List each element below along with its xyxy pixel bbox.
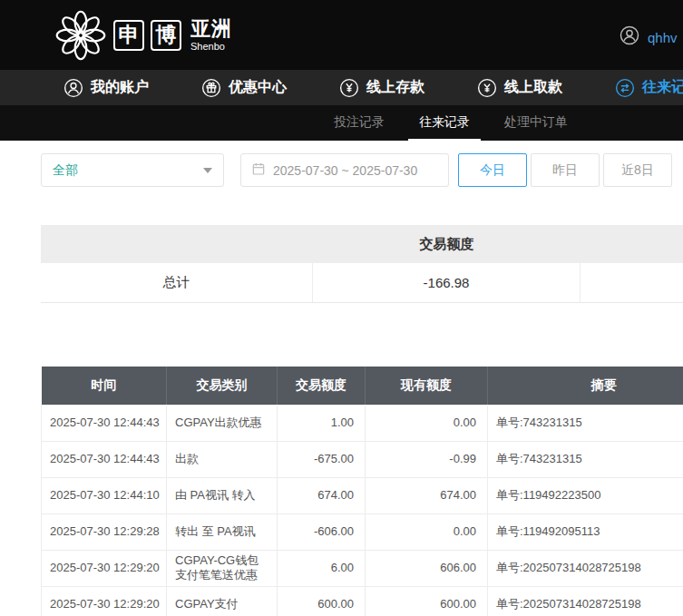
record-tabs: 投注记录 往来记录 处理中订单	[0, 105, 683, 141]
nav-promotions[interactable]: 优惠中心	[201, 78, 287, 98]
page-root: 申 博 亚洲 Shenbo qhhv	[0, 0, 683, 616]
col-header-type: 交易类别	[167, 367, 278, 405]
brand-logo[interactable]: 申 博 亚洲 Shenbo	[54, 9, 232, 62]
cell-summary: 单号:743231315	[488, 405, 683, 441]
col-header-balance: 现有额度	[366, 367, 488, 405]
cell-time: 2025-07-30 12:44:43	[42, 405, 167, 441]
table-row: 2025-07-30 12:29:20 CGPAY-CG钱包支付笔笔送优惠 6.…	[42, 550, 683, 586]
brand-char-bo: 博	[151, 20, 181, 51]
nav-my-account[interactable]: 我的账户	[63, 78, 149, 98]
user-circle-icon	[63, 78, 83, 98]
nav-online-withdraw[interactable]: 线上取款	[477, 78, 562, 98]
table-row: 2025-07-30 12:44:43 CGPAY出款优惠 1.00 0.00 …	[42, 405, 683, 441]
table-row: 2025-07-30 12:44:43 出款 -675.00 -0.99 单号:…	[42, 441, 683, 477]
summary-header-spacer	[581, 225, 683, 263]
cell-amount: 6.00	[278, 550, 366, 586]
table-row: 2025-07-30 12:44:10 由 PA视讯 转入 674.00 674…	[42, 477, 683, 513]
cell-balance: -0.99	[366, 441, 488, 477]
summary-table: 交易额度 总计 -166.98	[41, 225, 683, 303]
table-row: 2025-07-30 12:29:28 转出 至 PA视讯 -606.00 0.…	[42, 513, 683, 550]
gift-icon	[201, 78, 221, 98]
cell-amount: 1.00	[278, 405, 366, 441]
brand-region-text: 亚洲	[190, 19, 232, 39]
top-header: 申 博 亚洲 Shenbo qhhv	[0, 0, 683, 70]
today-button[interactable]: 今日	[458, 153, 527, 187]
last-8-days-button[interactable]: 近8日	[603, 153, 672, 187]
cell-type: CGPAY支付	[167, 586, 278, 616]
summary-total-row: 总计 -166.98	[41, 263, 683, 303]
nav-label: 往来记录	[642, 78, 683, 97]
cell-summary: 单号:202507314028725198	[488, 550, 683, 586]
cell-amount: -675.00	[278, 441, 366, 477]
summary-header-row: 交易额度	[41, 225, 683, 263]
summary-total-label: 总计	[41, 263, 313, 302]
cell-balance: 0.00	[366, 405, 488, 441]
cell-amount: -606.00	[278, 513, 366, 550]
table-header-row: 时间 交易类别 交易额度 现有额度 摘要	[42, 367, 683, 405]
deposit-coin-icon	[339, 78, 359, 98]
nav-label: 优惠中心	[229, 78, 287, 97]
cell-summary: 单号:119492223500	[488, 477, 683, 513]
yesterday-button[interactable]: 昨日	[531, 153, 600, 187]
cell-type: CGPAY出款优惠	[167, 405, 278, 441]
col-header-summary: 摘要	[488, 367, 683, 405]
user-account[interactable]: qhhv	[620, 25, 678, 49]
cell-balance: 606.00	[366, 550, 488, 586]
table-row: 2025-07-30 12:29:20 CGPAY支付 600.00 600.0…	[42, 586, 683, 616]
date-range-value: 2025-07-30 ~ 2025-07-30	[273, 163, 417, 178]
tab-processing-orders[interactable]: 处理中订单	[493, 105, 579, 141]
brand-wordmark: 亚洲 Shenbo	[190, 19, 232, 52]
cell-balance: 600.00	[366, 586, 488, 616]
calendar-icon	[251, 161, 266, 179]
cell-type: CGPAY-CG钱包支付笔笔送优惠	[167, 550, 278, 586]
cell-type: 转出 至 PA视讯	[167, 513, 278, 550]
col-header-amount: 交易额度	[278, 367, 366, 405]
cell-balance: 0.00	[366, 513, 488, 550]
cell-balance: 674.00	[366, 477, 488, 513]
caret-down-icon	[203, 168, 212, 173]
records-table: 时间 交易类别 交易额度 现有额度 摘要 2025-07-30 12:44:43…	[41, 367, 683, 616]
cell-amount: 600.00	[278, 586, 366, 616]
cell-time: 2025-07-30 12:29:20	[42, 550, 167, 586]
main-nav: 我的账户 优惠中心 线上存款	[0, 70, 683, 105]
lotus-flower-icon	[54, 9, 107, 62]
cell-time: 2025-07-30 12:44:43	[42, 441, 167, 477]
filter-bar: 全部 2025-07-30 ~ 2025-07-30 今日 昨日 近8日	[41, 153, 683, 187]
type-select[interactable]: 全部	[41, 153, 224, 187]
brand-english-text: Shenbo	[190, 42, 232, 52]
summary-total-spacer	[581, 263, 683, 302]
summary-header-label: 交易额度	[313, 225, 581, 263]
cell-time: 2025-07-30 12:29:28	[42, 513, 167, 550]
cell-time: 2025-07-30 12:44:10	[42, 477, 167, 513]
col-header-time: 时间	[42, 367, 167, 405]
nav-label: 线上取款	[504, 78, 562, 97]
nav-online-deposit[interactable]: 线上存款	[339, 78, 424, 98]
username: qhhv	[648, 30, 678, 45]
cell-type: 由 PA视讯 转入	[167, 477, 278, 513]
exchange-records-icon	[615, 78, 635, 98]
cell-type: 出款	[167, 441, 278, 477]
nav-label: 我的账户	[91, 78, 149, 97]
cell-summary: 单号:119492095113	[488, 513, 683, 550]
cell-amount: 674.00	[278, 477, 366, 513]
summary-total-value: -166.98	[313, 263, 581, 302]
type-select-value: 全部	[53, 162, 78, 179]
cell-summary: 单号:743231315	[488, 441, 683, 477]
nav-label: 线上存款	[366, 78, 424, 97]
nav-transaction-records[interactable]: 往来记录	[615, 78, 683, 98]
tab-transaction-records[interactable]: 往来记录	[408, 105, 481, 141]
date-range-input[interactable]: 2025-07-30 ~ 2025-07-30	[240, 153, 449, 187]
brand-char-shen: 申	[113, 20, 144, 51]
tab-bet-records[interactable]: 投注记录	[323, 105, 395, 141]
cell-time: 2025-07-30 12:29:20	[42, 586, 167, 616]
withdraw-coin-icon	[477, 78, 497, 98]
cell-summary: 单号:202507314028725198	[488, 586, 683, 616]
avatar-icon	[620, 25, 639, 49]
summary-header-spacer	[41, 225, 313, 263]
